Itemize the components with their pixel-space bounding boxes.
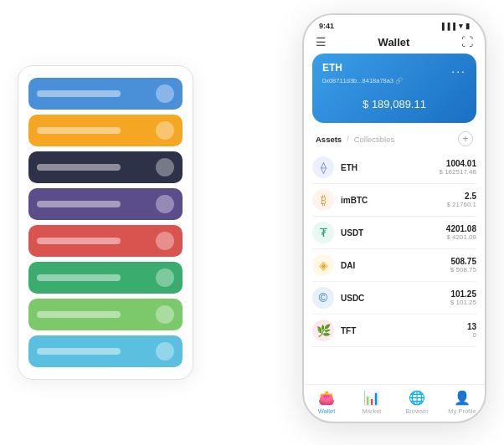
token-amounts-usdc: 101.25 $ 101.25 — [450, 289, 476, 306]
status-bar: 9:41 ▐▐▐ ▾ ▮ — [304, 15, 485, 32]
card-row-4 — [28, 188, 183, 220]
card-icon — [156, 84, 174, 103]
assets-tab-separator: / — [347, 135, 349, 143]
card-line — [37, 127, 121, 134]
balance-prefix: $ — [363, 98, 372, 110]
card-line — [37, 238, 121, 244]
menu-icon[interactable]: ☰ — [316, 35, 327, 49]
token-amount-main: 508.75 — [450, 257, 476, 266]
token-name-dai: DAI — [341, 261, 450, 270]
token-amount-usd: $ 101.25 — [450, 299, 476, 306]
card-row-1 — [28, 78, 183, 110]
expand-icon[interactable]: ⛶ — [461, 35, 473, 49]
bottom-nav-my-profile[interactable]: 👤 My Profile — [440, 390, 485, 415]
token-icon-imbtc: ₿ — [312, 189, 334, 211]
token-amount-main: 4201.08 — [446, 224, 476, 233]
token-amount-usd: $ 508.75 — [450, 266, 476, 274]
bottom-nav-icon-my profile: 👤 — [454, 390, 471, 406]
card-icon — [156, 121, 174, 140]
token-name-eth: ETH — [341, 163, 440, 172]
bottom-nav-label-browser: Browser — [405, 407, 429, 415]
wallet-coin-name: ETH — [322, 62, 342, 74]
token-row[interactable]: ₿ imBTC 2.5 $ 21760.1 — [312, 184, 476, 217]
card-row-2 — [28, 115, 183, 146]
token-amount-usd: $ 4201.08 — [446, 233, 476, 241]
token-icon-eth: ⟠ — [312, 156, 334, 178]
card-row-3 — [28, 151, 183, 183]
card-row-5 — [28, 225, 183, 257]
wallet-card: ETH ... 0x08711d3b...8418a78a3 🔗 $ 189,0… — [312, 54, 476, 123]
token-icon-tft: 🌿 — [312, 320, 334, 341]
assets-tabs: Assets / Collectibles — [316, 135, 394, 144]
card-icon — [156, 305, 174, 324]
signal-icon: ▐▐▐ — [440, 23, 456, 30]
token-icon-dai: ◈ — [312, 254, 334, 276]
token-row[interactable]: ₮ USDT 4201.08 $ 4201.08 — [312, 217, 476, 249]
status-icons: ▐▐▐ ▾ ▮ — [440, 22, 470, 30]
card-row-6 — [28, 262, 183, 294]
card-row-8 — [28, 335, 183, 367]
bottom-nav-label-market: Market — [363, 407, 382, 415]
card-line — [37, 274, 121, 281]
wallet-card-top: ETH ... — [322, 62, 466, 75]
bottom-nav-browser[interactable]: 🌐 Browser — [394, 390, 440, 415]
token-name-tft: TFT — [341, 326, 467, 335]
token-amounts-eth: 1004.01 $ 162517.48 — [440, 159, 477, 176]
bottom-nav: 👛 Wallet 📊 Market 🌐 Browser 👤 My Profile — [304, 384, 485, 422]
assets-tab-collectibles[interactable]: Collectibles — [354, 135, 395, 144]
token-name-usdc: USDC — [341, 294, 450, 303]
wallet-menu-dots[interactable]: ... — [451, 62, 466, 75]
wifi-icon: ▾ — [459, 22, 463, 30]
balance-amount: 189,089.11 — [372, 98, 426, 110]
token-amount-main: 1004.01 — [440, 159, 477, 168]
token-amount-main: 101.25 — [450, 289, 476, 299]
token-list: ⟠ ETH 1004.01 $ 162517.48 ₿ imBTC 2.5 $ … — [304, 151, 485, 384]
token-row[interactable]: ◈ DAI 508.75 $ 508.75 — [312, 249, 476, 282]
token-amounts-tft: 13 0 — [467, 322, 476, 339]
token-amount-main: 2.5 — [446, 192, 476, 201]
card-icon — [156, 158, 174, 176]
token-name-imbtc: imBTC — [341, 196, 446, 205]
phone-frame: 9:41 ▐▐▐ ▾ ▮ ☰ Wallet ⛶ ETH ... 0x08711d… — [302, 13, 486, 423]
bottom-nav-label-my profile: My Profile — [448, 407, 476, 415]
card-icon — [156, 269, 174, 287]
bottom-nav-label-wallet: Wallet — [318, 407, 336, 415]
token-row[interactable]: 🌿 TFT 13 0 — [312, 315, 476, 347]
assets-tab-active[interactable]: Assets — [316, 135, 342, 144]
wallet-balance: $ 189,089.11 — [322, 91, 466, 113]
card-line — [37, 90, 121, 97]
token-icon-usdc: © — [312, 287, 334, 309]
card-line — [37, 201, 121, 207]
bottom-nav-wallet[interactable]: 👛 Wallet — [304, 390, 349, 415]
token-name-usdt: USDT — [341, 228, 446, 238]
bottom-nav-icon-browser: 🌐 — [409, 390, 425, 406]
battery-icon: ▮ — [465, 22, 470, 30]
token-amount-usd: 0 — [467, 331, 476, 339]
card-line — [37, 164, 121, 171]
card-line — [37, 348, 121, 355]
add-token-button[interactable]: + — [458, 131, 473, 146]
bottom-nav-icon-wallet: 👛 — [318, 390, 335, 406]
nav-title: Wallet — [378, 36, 410, 49]
bottom-nav-market[interactable]: 📊 Market — [349, 390, 394, 415]
phone-nav: ☰ Wallet ⛶ — [304, 32, 485, 54]
card-line — [37, 311, 121, 318]
token-amount-usd: $ 21760.1 — [446, 201, 476, 208]
token-amount-usd: $ 162517.48 — [440, 168, 477, 176]
status-time: 9:41 — [319, 22, 334, 30]
card-icon — [156, 195, 174, 213]
token-icon-usdt: ₮ — [312, 222, 334, 243]
wallet-address: 0x08711d3b...8418a78a3 🔗 — [322, 77, 466, 84]
token-row[interactable]: ⟠ ETH 1004.01 $ 162517.48 — [312, 151, 476, 184]
token-amount-main: 13 — [467, 322, 476, 331]
token-amounts-usdt: 4201.08 $ 4201.08 — [446, 224, 476, 241]
card-stack — [18, 65, 193, 380]
token-amounts-dai: 508.75 $ 508.75 — [450, 257, 476, 274]
token-amounts-imbtc: 2.5 $ 21760.1 — [446, 192, 476, 208]
token-row[interactable]: © USDC 101.25 $ 101.25 — [312, 282, 476, 315]
card-row-7 — [28, 299, 183, 330]
bottom-nav-icon-market: 📊 — [363, 390, 380, 406]
scene: 9:41 ▐▐▐ ▾ ▮ ☰ Wallet ⛶ ETH ... 0x08711d… — [18, 13, 486, 432]
card-icon — [156, 232, 174, 250]
assets-header: Assets / Collectibles + — [304, 130, 485, 151]
